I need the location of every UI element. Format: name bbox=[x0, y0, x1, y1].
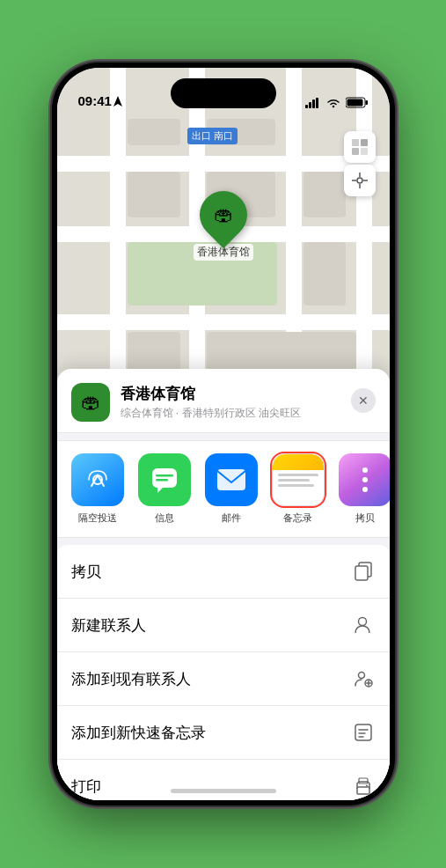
notes-lines bbox=[273, 470, 324, 490]
svg-rect-2 bbox=[309, 102, 311, 108]
dot bbox=[362, 477, 368, 482]
svg-point-36 bbox=[366, 785, 368, 787]
notes-line bbox=[278, 484, 314, 487]
map-road bbox=[57, 314, 390, 330]
share-mail[interactable]: 邮件 bbox=[201, 453, 261, 525]
pin-circle: 🏟 bbox=[189, 181, 256, 248]
action-print[interactable]: 打印 bbox=[57, 760, 390, 800]
svg-rect-6 bbox=[365, 100, 368, 105]
svg-rect-20 bbox=[156, 474, 173, 477]
svg-rect-10 bbox=[352, 148, 359, 155]
share-row: 隔空投送 信息 bbox=[57, 440, 390, 538]
action-quick-note[interactable]: 添加到新快速备忘录 bbox=[57, 706, 390, 760]
action-print-label: 打印 bbox=[71, 776, 101, 797]
bottom-sheet: 🏟 香港体育馆 综合体育馆 · 香港特别行政区 油尖旺区 ✕ bbox=[57, 369, 390, 800]
mail-label: 邮件 bbox=[222, 511, 241, 525]
action-add-existing[interactable]: 添加到现有联系人 bbox=[57, 652, 390, 706]
notes-line bbox=[278, 479, 311, 482]
action-list: 拷贝 新建联系人 bbox=[57, 545, 390, 800]
svg-marker-19 bbox=[157, 488, 163, 493]
svg-rect-9 bbox=[361, 139, 368, 146]
venue-name: 香港体育馆 bbox=[121, 384, 376, 404]
svg-rect-11 bbox=[361, 148, 368, 155]
svg-marker-0 bbox=[113, 96, 122, 107]
action-copy-label: 拷贝 bbox=[71, 562, 101, 582]
svg-rect-3 bbox=[312, 99, 315, 108]
battery-icon bbox=[346, 97, 369, 108]
action-add-existing-label: 添加到现有联系人 bbox=[71, 669, 191, 689]
svg-rect-21 bbox=[156, 479, 168, 482]
venue-info: 香港体育馆 综合体育馆 · 香港特别行政区 油尖旺区 bbox=[121, 384, 376, 421]
venue-description: 综合体育馆 · 香港特别行政区 油尖旺区 bbox=[121, 406, 376, 421]
status-icons bbox=[305, 97, 369, 108]
svg-rect-18 bbox=[152, 468, 177, 488]
map-block bbox=[128, 332, 180, 374]
notes-icon bbox=[272, 453, 325, 506]
action-copy[interactable]: 拷贝 bbox=[57, 545, 390, 599]
person-add-icon bbox=[351, 613, 376, 637]
location-arrow-icon bbox=[113, 96, 122, 107]
svg-rect-7 bbox=[347, 99, 362, 107]
map-type-button[interactable] bbox=[344, 131, 376, 163]
svg-rect-1 bbox=[305, 105, 308, 108]
messages-icon bbox=[138, 453, 191, 506]
share-airdrop[interactable]: 隔空投送 bbox=[68, 453, 128, 525]
airdrop-icon bbox=[71, 453, 124, 506]
more-label: 拷贝 bbox=[355, 511, 375, 525]
notes-header bbox=[273, 454, 324, 470]
dot bbox=[362, 487, 368, 492]
map-block bbox=[128, 172, 180, 217]
map-pin: 🏟 香港体育馆 bbox=[194, 191, 253, 261]
share-more[interactable]: 拷贝 bbox=[335, 453, 390, 525]
svg-rect-35 bbox=[359, 778, 368, 783]
action-new-contact-label: 新建联系人 bbox=[71, 615, 146, 636]
action-quick-note-label: 添加到新快速备忘录 bbox=[71, 723, 206, 743]
dot bbox=[362, 467, 368, 473]
mail-icon bbox=[205, 453, 258, 506]
note-add-icon bbox=[351, 720, 376, 745]
clock: 09:41 bbox=[78, 93, 112, 108]
svg-rect-4 bbox=[316, 98, 318, 108]
svg-rect-30 bbox=[355, 725, 371, 740]
map-block bbox=[303, 242, 346, 305]
close-button[interactable]: ✕ bbox=[351, 388, 376, 413]
action-new-contact[interactable]: 新建联系人 bbox=[57, 599, 390, 652]
svg-point-12 bbox=[357, 178, 362, 183]
notes-label: 备忘录 bbox=[283, 511, 312, 525]
pin-icon: 🏟 bbox=[214, 203, 233, 226]
messages-label: 信息 bbox=[155, 511, 174, 525]
signal-icon bbox=[305, 98, 321, 108]
svg-rect-22 bbox=[217, 469, 245, 490]
phone-frame: 09:41 bbox=[52, 63, 395, 805]
svg-point-26 bbox=[358, 673, 364, 679]
wifi-icon bbox=[326, 98, 340, 108]
map-exit-label: 出口 南口 bbox=[187, 128, 238, 144]
home-indicator bbox=[171, 789, 276, 793]
location-button[interactable] bbox=[344, 165, 376, 196]
printer-icon bbox=[351, 774, 376, 798]
svg-rect-8 bbox=[352, 139, 359, 146]
sheet-header: 🏟 香港体育馆 综合体育馆 · 香港特别行政区 油尖旺区 ✕ bbox=[57, 369, 390, 433]
venue-icon: 🏟 bbox=[71, 383, 110, 422]
svg-rect-24 bbox=[355, 566, 368, 580]
share-messages[interactable]: 信息 bbox=[135, 453, 194, 525]
svg-point-25 bbox=[358, 618, 366, 626]
map-block bbox=[207, 332, 356, 374]
copy-icon bbox=[351, 559, 376, 584]
svg-rect-34 bbox=[357, 787, 369, 794]
notes-line bbox=[278, 474, 318, 476]
share-notes[interactable]: 备忘录 bbox=[268, 453, 328, 525]
more-apps-icon bbox=[339, 453, 390, 506]
airdrop-label: 隔空投送 bbox=[78, 511, 117, 525]
dynamic-island bbox=[171, 78, 276, 108]
map-controls[interactable] bbox=[344, 131, 376, 196]
person-circle-add-icon bbox=[351, 666, 376, 691]
map-block bbox=[128, 119, 180, 145]
status-time: 09:41 bbox=[78, 93, 122, 108]
map-block bbox=[303, 172, 346, 217]
map-road bbox=[57, 156, 390, 172]
map-label-text: 南口 bbox=[214, 129, 233, 143]
phone-screen: 09:41 bbox=[57, 68, 390, 800]
